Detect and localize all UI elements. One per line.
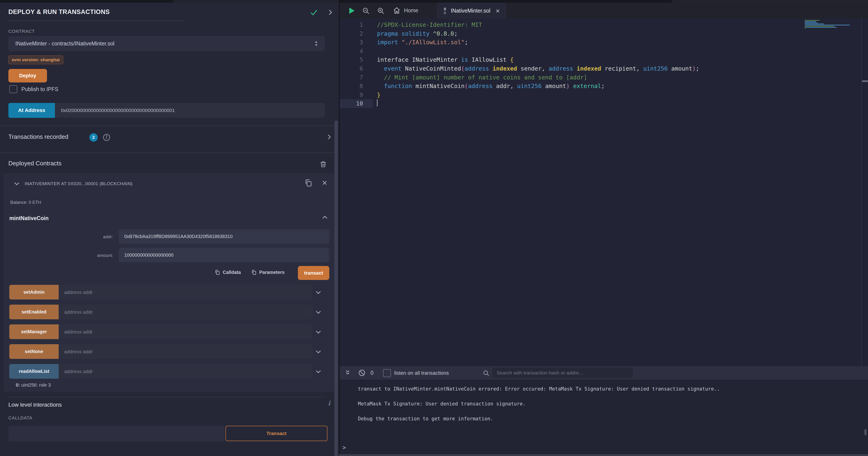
minimap[interactable] <box>805 20 861 29</box>
code-line: 2pragma solidity ^0.8.0; <box>340 29 868 38</box>
output-index: 0: <box>16 382 20 388</box>
output-text: uint256: role 3 <box>21 382 51 388</box>
at-address-button[interactable]: At Address <box>8 103 55 118</box>
parameters-copy-button[interactable]: Parameters <box>251 269 285 275</box>
listen-all-checkbox[interactable] <box>383 369 391 377</box>
window-top-strip <box>673 0 868 3</box>
tab-close-icon[interactable] <box>495 8 501 14</box>
function-button-setAdmin[interactable]: setAdmin <box>9 285 59 300</box>
field-input-addr[interactable] <box>119 229 329 244</box>
clear-console-ban-icon[interactable] <box>358 369 366 377</box>
instance-collapse-chevron-icon[interactable] <box>13 180 21 187</box>
function-input-setEnabled[interactable] <box>59 305 312 319</box>
tab-inativeminter[interactable]: INativeMinter.sol <box>437 3 506 19</box>
function-list: setAdminsetEnabledsetManagersetNonereadA… <box>4 285 335 384</box>
terminal-log-line: Debug the transaction to get more inform… <box>358 416 868 422</box>
code-line: 6 event NativeCoinMinted(address indexed… <box>340 64 868 73</box>
calldata-section-label: CALLDATA <box>8 416 32 421</box>
function-button-setEnabled[interactable]: setEnabled <box>9 305 59 319</box>
editor-scrollbar-thumb[interactable] <box>862 80 868 82</box>
low-level-title: Low level interactions <box>8 401 62 408</box>
function-input-setManager[interactable] <box>59 324 312 339</box>
chevron-down-icon[interactable] <box>315 328 322 336</box>
field-label-amount: amount: <box>81 253 113 258</box>
minimap-border <box>861 19 862 366</box>
code-line: 9} <box>340 91 868 99</box>
close-icon[interactable] <box>321 179 328 186</box>
solidity-icon <box>442 6 447 16</box>
transactions-recorded-label: Transactions recorded <box>8 133 68 140</box>
zoom-in-icon[interactable] <box>377 7 385 15</box>
contract-select[interactable]: INativeMinter - contracts/INativeMinter.… <box>8 36 325 51</box>
terminal-body[interactable]: transact to INativeMinter.mintNativeCoin… <box>340 380 868 454</box>
parameters-label: Parameters <box>259 270 285 275</box>
panel-scrollbar-thumb[interactable] <box>334 120 338 456</box>
deploy-button[interactable]: Deploy <box>8 69 47 82</box>
calldata-label: Calldata <box>223 270 241 275</box>
terminal-search-input[interactable] <box>492 368 633 378</box>
low-level-calldata-input[interactable] <box>8 426 224 441</box>
trash-icon[interactable] <box>319 160 327 168</box>
minimap-line <box>805 25 849 25</box>
deploy-run-panel: DEPLOY & RUN TRANSACTIONS CONTRACT INati… <box>0 3 339 456</box>
minimap-line <box>805 26 834 27</box>
field-input-amount[interactable] <box>119 248 329 262</box>
function-input-readAllowList[interactable] <box>59 364 312 379</box>
window-top-strip <box>0 0 174 3</box>
publish-ipfs-checkbox[interactable] <box>9 85 17 93</box>
info-icon[interactable] <box>102 133 111 142</box>
zoom-out-icon[interactable] <box>362 7 370 15</box>
instance-header: INATIVEMINTER AT 0X020...00001 (BLOCKCHA… <box>25 181 133 186</box>
tab-home-label: Home <box>404 7 418 14</box>
listen-all-label: listen on all transactions <box>394 370 449 376</box>
code-text: import "./IAllowList.sol"; <box>373 38 468 47</box>
function-collapse-chevron-icon[interactable] <box>321 214 329 221</box>
function-input-setNone[interactable] <box>59 344 312 359</box>
at-address-input[interactable] <box>55 103 325 118</box>
transaction-count: 0 <box>370 370 373 376</box>
terminal-expand-double-chevron-icon[interactable] <box>344 369 351 376</box>
contract-select-value: INativeMinter - contracts/INativeMinter.… <box>16 40 115 47</box>
line-number: 8 <box>340 82 373 91</box>
code-text <box>373 47 377 56</box>
window-top-strip <box>339 0 673 3</box>
function-button-setNone[interactable]: setNone <box>9 344 59 359</box>
terminal-scrollbar-thumb[interactable] <box>864 429 867 435</box>
tab-home[interactable]: Home <box>393 6 418 15</box>
function-output: 0: uint256: role 3 <box>16 382 51 388</box>
transactions-count-badge: 2 <box>89 133 98 142</box>
code-text: pragma solidity ^0.8.0; <box>373 29 458 38</box>
window-top-strip <box>174 0 339 3</box>
copy-icon[interactable] <box>304 178 313 187</box>
bottom-resize-strip[interactable] <box>339 454 868 456</box>
function-name: mintNativeCoin <box>9 215 49 222</box>
chevron-down-icon[interactable] <box>315 368 322 375</box>
evm-version-badge: evm version: shanghai <box>8 55 63 64</box>
chevron-down-icon[interactable] <box>315 348 322 355</box>
line-number: 3 <box>340 38 373 47</box>
chevron-down-icon[interactable] <box>315 289 322 296</box>
function-input-setAdmin[interactable] <box>59 285 312 300</box>
instance-balance: Balance: 0 ETH <box>10 200 41 205</box>
minimap-line <box>805 21 816 22</box>
function-button-setManager[interactable]: setManager <box>9 324 59 339</box>
run-play-icon[interactable] <box>347 6 355 15</box>
code-line: 5interface INativeMinter is IAllowList { <box>340 55 868 64</box>
text-cursor <box>377 99 377 107</box>
function-button-readAllowList[interactable]: readAllowList <box>9 364 59 379</box>
publish-ipfs-label: Publish to IPFS <box>22 86 58 92</box>
code-editor[interactable]: 1//SPDX-License-Identifier: MIT2pragma s… <box>340 19 868 366</box>
line-number: 4 <box>340 47 373 56</box>
transact-button[interactable]: transact <box>298 266 329 280</box>
panel-collapse-chevron-icon[interactable] <box>326 8 334 16</box>
low-level-transact-button[interactable]: Transact <box>225 426 328 441</box>
calldata-copy-button[interactable]: Calldata <box>214 269 241 275</box>
terminal-toolbar: 0 listen on all transactions <box>340 366 868 380</box>
info-icon[interactable]: i <box>328 399 330 407</box>
code-text: event NativeCoinMinted(address indexed s… <box>373 64 699 73</box>
transactions-expand-chevron-icon[interactable] <box>325 133 333 141</box>
code-lines[interactable]: 1//SPDX-License-Identifier: MIT2pragma s… <box>340 19 868 108</box>
function-row: setEnabled <box>9 305 335 319</box>
chevron-down-icon[interactable] <box>315 308 322 316</box>
minimap-line <box>805 22 817 23</box>
